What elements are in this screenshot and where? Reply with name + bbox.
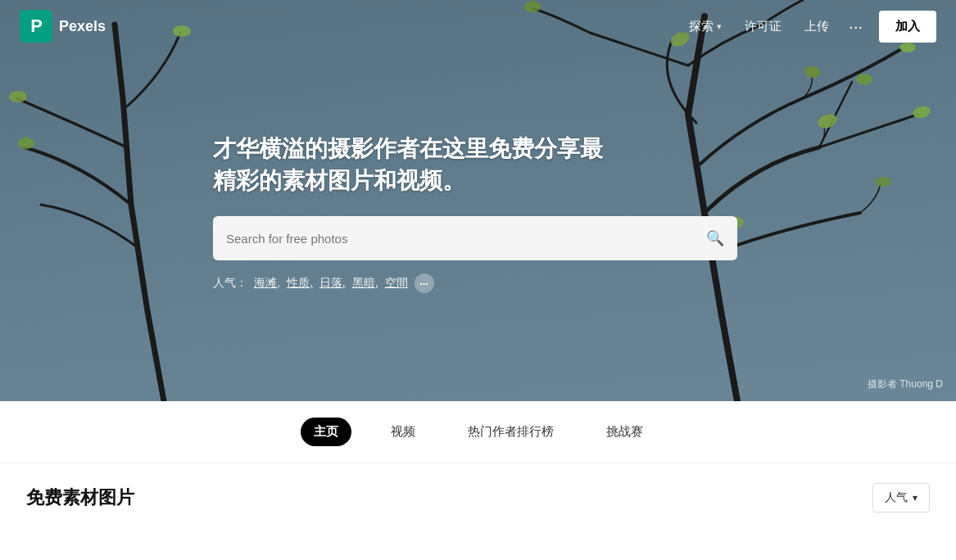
popular-tag-space[interactable]: 空間 <box>385 276 408 291</box>
section-title: 免费素材图片 <box>26 485 134 510</box>
search-input[interactable] <box>226 232 706 246</box>
nav-links: 探索 ▾ 许可证 上传 ··· 加入 <box>679 11 936 43</box>
logo-icon: P <box>20 10 52 43</box>
chevron-down-icon: ▾ <box>717 21 722 32</box>
license-button[interactable]: 许可证 <box>735 12 791 41</box>
join-button[interactable]: 加入 <box>879 11 936 43</box>
chevron-down-icon: ▾ <box>913 492 917 504</box>
upload-button[interactable]: 上传 <box>795 12 839 41</box>
logo-link[interactable]: P Pexels <box>20 10 106 43</box>
popular-label: 人气： <box>213 276 247 291</box>
popular-tag-sunset[interactable]: 日落, <box>319 276 346 291</box>
hero-title: 才华横溢的摄影作者在这里免费分享最精彩的素材图片和视频。 <box>213 133 623 196</box>
popular-more-button[interactable]: ··· <box>415 273 434 293</box>
sort-dropdown[interactable]: 人气 ▾ <box>872 483 930 513</box>
search-icon[interactable]: 🔍 <box>706 229 724 247</box>
tab-leaderboard[interactable]: 热门作者排行榜 <box>455 418 567 446</box>
popular-tag-dark[interactable]: 黑暗, <box>352 276 378 291</box>
popular-tag-nature[interactable]: 性质, <box>287 276 313 291</box>
explore-button[interactable]: 探索 ▾ <box>679 12 732 41</box>
more-button[interactable]: ··· <box>842 11 869 41</box>
popular-tags-row: 人气： 海滩, 性质, 日落, 黑暗, 空間 ··· <box>213 273 956 293</box>
tab-challenges[interactable]: 挑战赛 <box>593 418 656 446</box>
search-bar: 🔍 <box>213 216 737 260</box>
navbar: P Pexels 探索 ▾ 许可证 上传 ··· 加入 <box>0 0 956 52</box>
tab-home[interactable]: 主页 <box>301 418 351 446</box>
popular-tag-beach[interactable]: 海滩, <box>254 276 280 291</box>
content-header: 免费素材图片 人气 ▾ <box>0 463 956 526</box>
photo-credit: 摄影者 Thuong D <box>868 377 943 391</box>
tabs-section: 主页 视频 热门作者排行榜 挑战赛 <box>0 401 956 463</box>
logo-name: Pexels <box>59 18 106 35</box>
hero-section: 才华横溢的摄影作者在这里免费分享最精彩的素材图片和视频。 🔍 人气： 海滩, 性… <box>0 0 956 401</box>
tab-videos[interactable]: 视频 <box>378 418 428 446</box>
hero-content: 才华横溢的摄影作者在这里免费分享最精彩的素材图片和视频。 🔍 人气： 海滩, 性… <box>0 0 956 401</box>
